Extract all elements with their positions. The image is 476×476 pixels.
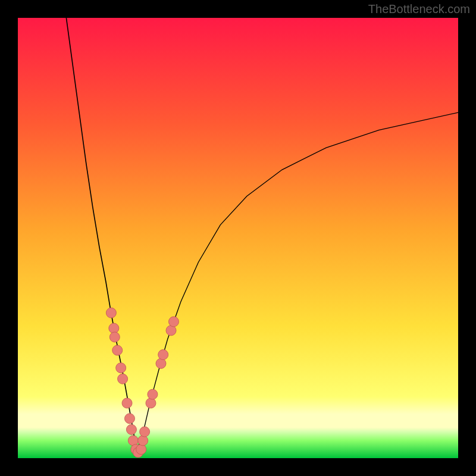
marker-point: [166, 325, 176, 336]
chart-container: TheBottleneck.com: [0, 0, 476, 476]
marker-point: [138, 436, 148, 446]
marker-point: [158, 350, 168, 360]
marker-group: [106, 308, 178, 458]
marker-point: [109, 323, 119, 333]
marker-point: [146, 398, 156, 408]
marker-point: [140, 427, 150, 437]
marker-point: [112, 345, 123, 355]
marker-point: [122, 398, 132, 408]
marker-point: [109, 332, 120, 342]
curve-overlay: [18, 18, 458, 458]
marker-point: [116, 363, 126, 373]
marker-point: [106, 308, 116, 318]
marker-point: [156, 358, 166, 368]
marker-point: [168, 317, 178, 327]
marker-point: [124, 414, 134, 424]
plot-area: [18, 18, 458, 458]
marker-point: [136, 444, 146, 455]
curve-left-branch: [66, 18, 136, 452]
curve-right-branch: [137, 112, 458, 452]
marker-point: [118, 374, 128, 384]
marker-point: [148, 389, 158, 399]
marker-point: [128, 436, 138, 446]
marker-point: [126, 424, 136, 434]
watermark-text: TheBottleneck.com: [368, 2, 470, 16]
